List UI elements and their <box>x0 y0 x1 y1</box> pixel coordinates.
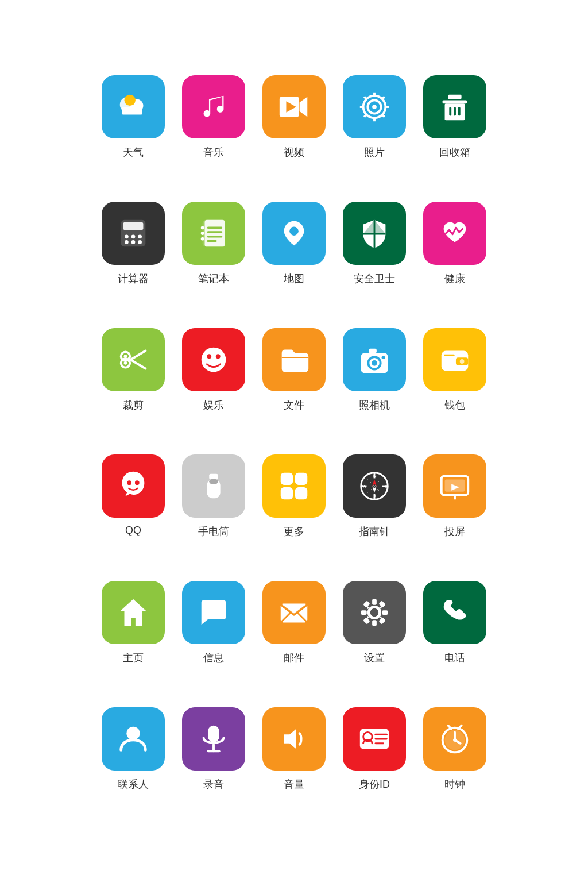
app-label-camera: 照相机 <box>359 398 390 412</box>
svg-rect-99 <box>363 600 370 607</box>
app-item-home[interactable]: 主页 <box>93 569 173 696</box>
svg-marker-107 <box>284 729 296 749</box>
svg-marker-5 <box>300 97 308 117</box>
svg-point-60 <box>460 359 465 364</box>
app-item-health[interactable]: 健康 <box>415 190 495 317</box>
svg-point-55 <box>372 360 377 366</box>
svg-point-40 <box>201 237 204 241</box>
app-grid: 天气 音乐 视频 照片 回收箱 <box>70 29 518 857</box>
app-item-contacts[interactable]: 联系人 <box>93 696 173 822</box>
svg-text:W: W <box>362 484 367 489</box>
svg-rect-96 <box>372 621 377 626</box>
svg-marker-80 <box>372 479 377 486</box>
app-icon-recycle <box>423 75 486 138</box>
app-item-recycle[interactable]: 回收箱 <box>415 64 495 190</box>
app-label-wallet: 钱包 <box>444 398 465 412</box>
svg-rect-2 <box>122 107 142 115</box>
app-label-video: 视频 <box>284 145 304 159</box>
app-item-music[interactable]: 音乐 <box>173 64 254 190</box>
app-label-weather: 天气 <box>123 145 144 159</box>
app-item-maps[interactable]: 地图 <box>254 190 334 317</box>
svg-point-62 <box>127 480 131 485</box>
app-label-notebook: 笔记本 <box>198 272 229 286</box>
svg-point-117 <box>453 738 457 742</box>
app-item-qq[interactable]: QQ <box>93 443 173 569</box>
svg-point-41 <box>289 226 299 236</box>
app-icon-security <box>343 202 406 265</box>
app-icon-maps <box>262 202 326 265</box>
app-icon-volume <box>262 707 326 771</box>
svg-point-3 <box>125 95 136 106</box>
app-item-phone[interactable]: 电话 <box>415 569 495 696</box>
app-label-health: 健康 <box>444 272 465 286</box>
app-item-notebook[interactable]: 笔记本 <box>173 190 254 317</box>
svg-point-30 <box>131 240 136 244</box>
app-icon-phone <box>423 581 486 644</box>
svg-rect-56 <box>369 349 377 353</box>
svg-point-57 <box>382 356 385 359</box>
app-icon-photos <box>343 75 406 138</box>
app-item-weather[interactable]: 天气 <box>93 64 173 190</box>
app-icon-qq <box>102 454 165 518</box>
app-icon-mail <box>262 581 326 644</box>
app-item-more[interactable]: 更多 <box>254 443 334 569</box>
app-item-screencast[interactable]: 投屏 <box>415 443 495 569</box>
app-item-camera[interactable]: 照相机 <box>334 317 415 443</box>
svg-line-16 <box>382 115 385 117</box>
app-item-photos[interactable]: 照片 <box>334 64 415 190</box>
app-item-calculator[interactable]: 计算器 <box>93 190 173 317</box>
svg-rect-98 <box>382 610 388 615</box>
app-label-qq: QQ <box>125 525 141 537</box>
svg-rect-69 <box>281 487 293 499</box>
app-item-idcard[interactable]: 身份ID <box>334 696 415 822</box>
app-label-photos: 照片 <box>364 145 385 159</box>
app-icon-scissors <box>102 328 165 391</box>
app-icon-wallet <box>423 328 486 391</box>
app-item-video[interactable]: 视频 <box>254 64 334 190</box>
app-label-home: 主页 <box>123 651 144 665</box>
svg-line-14 <box>382 97 385 99</box>
app-icon-calculator <box>102 202 165 265</box>
app-item-clock[interactable]: 时钟 <box>415 696 495 822</box>
app-item-recorder[interactable]: 录音 <box>173 696 254 822</box>
svg-rect-68 <box>295 473 307 485</box>
svg-point-94 <box>369 607 380 618</box>
svg-rect-18 <box>443 100 467 103</box>
app-item-security[interactable]: 安全卫士 <box>334 190 415 317</box>
app-label-mail: 邮件 <box>284 651 304 665</box>
app-icon-notebook <box>182 202 245 265</box>
svg-marker-89 <box>120 599 147 626</box>
app-label-maps: 地图 <box>284 272 304 286</box>
app-icon-settings <box>343 581 406 644</box>
app-item-mail[interactable]: 邮件 <box>254 569 334 696</box>
app-icon-home <box>102 581 165 644</box>
app-item-entertainment[interactable]: 娱乐 <box>173 317 254 443</box>
svg-line-17 <box>364 97 366 99</box>
svg-point-38 <box>201 226 204 229</box>
svg-line-15 <box>364 115 366 117</box>
svg-point-47 <box>124 355 127 358</box>
app-item-messages[interactable]: 信息 <box>173 569 254 696</box>
svg-marker-81 <box>372 486 377 493</box>
app-label-flashlight: 手电筒 <box>198 525 229 538</box>
app-item-volume[interactable]: 音量 <box>254 696 334 822</box>
app-item-files[interactable]: 文件 <box>254 317 334 443</box>
svg-point-46 <box>124 361 127 365</box>
app-label-contacts: 联系人 <box>118 777 149 791</box>
svg-rect-22 <box>454 107 456 116</box>
app-item-settings[interactable]: 设置 <box>334 569 415 696</box>
svg-point-52 <box>216 354 220 359</box>
app-item-scissors[interactable]: 裁剪 <box>93 317 173 443</box>
svg-rect-104 <box>208 726 219 742</box>
app-icon-music <box>182 75 245 138</box>
app-label-volume: 音量 <box>284 777 304 791</box>
app-icon-video <box>262 75 326 138</box>
svg-point-29 <box>125 240 129 244</box>
app-icon-flashlight <box>182 454 245 518</box>
svg-point-28 <box>138 234 142 238</box>
app-icon-compass: N S E W <box>343 454 406 518</box>
app-item-compass[interactable]: N S E W 指南针 <box>334 443 415 569</box>
app-item-flashlight[interactable]: 手电筒 <box>173 443 254 569</box>
app-item-wallet[interactable]: 钱包 <box>415 317 495 443</box>
svg-point-63 <box>135 480 140 485</box>
